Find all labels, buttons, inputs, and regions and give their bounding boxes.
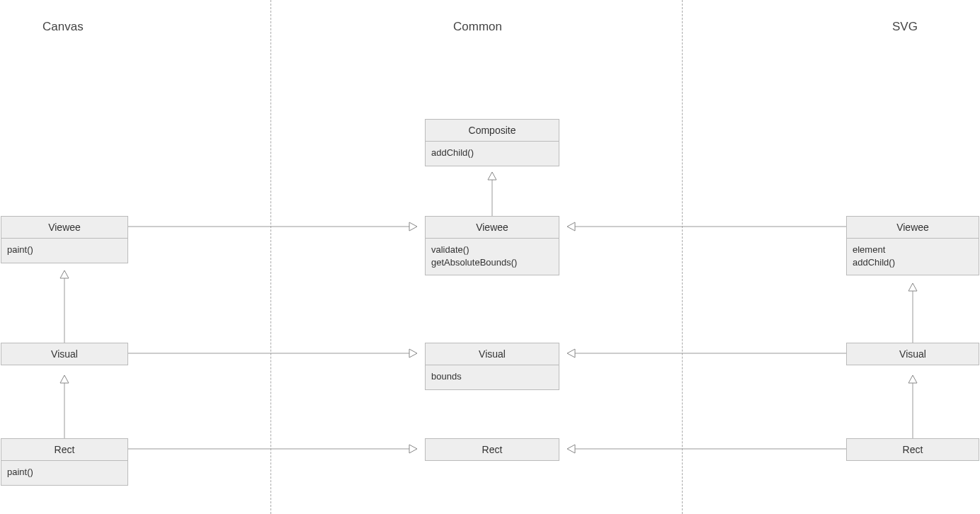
uml-box-canvas-visual: Visual: [1, 343, 128, 365]
uml-box-body: paint(): [1, 239, 127, 263]
uml-member: element: [853, 244, 973, 256]
uml-member: paint(): [7, 244, 122, 256]
uml-box-title: Visual: [426, 343, 559, 365]
column-title-canvas: Canvas: [42, 20, 84, 34]
uml-box-body: addChild(): [426, 142, 559, 166]
uml-box-body: bounds: [426, 365, 559, 389]
uml-member: addChild(): [853, 256, 973, 269]
uml-member: addChild(): [431, 147, 553, 159]
column-title-svg: SVG: [892, 20, 918, 34]
uml-box-title: Viewee: [1, 217, 127, 239]
uml-member: validate(): [431, 244, 553, 256]
uml-box-title: Visual: [847, 343, 979, 365]
uml-box-canvas-viewee: Viewee paint(): [1, 216, 128, 263]
uml-box-title: Rect: [847, 439, 979, 460]
uml-box-svg-visual: Visual: [846, 343, 979, 365]
uml-box-common-rect: Rect: [425, 438, 559, 461]
uml-box-title: Rect: [426, 439, 559, 460]
uml-box-composite: Composite addChild(): [425, 119, 559, 166]
uml-box-svg-rect: Rect: [846, 438, 979, 461]
uml-box-body: validate() getAbsoluteBounds(): [426, 239, 559, 275]
uml-member: bounds: [431, 370, 553, 383]
uml-box-body: paint(): [1, 461, 127, 485]
uml-box-canvas-rect: Rect paint(): [1, 438, 128, 486]
uml-box-title: Viewee: [426, 217, 559, 239]
uml-member: getAbsoluteBounds(): [431, 256, 553, 269]
uml-box-body: element addChild(): [847, 239, 979, 275]
uml-box-common-visual: Visual bounds: [425, 343, 559, 390]
uml-member: paint(): [7, 466, 122, 479]
uml-box-svg-viewee: Viewee element addChild(): [846, 216, 979, 275]
uml-box-title: Rect: [1, 439, 127, 461]
column-divider-2: [682, 0, 683, 514]
uml-box-title: Visual: [1, 343, 127, 365]
column-title-common: Common: [453, 20, 502, 34]
uml-box-title: Composite: [426, 120, 559, 142]
uml-box-title: Viewee: [847, 217, 979, 239]
column-divider-1: [270, 0, 271, 514]
uml-box-common-viewee: Viewee validate() getAbsoluteBounds(): [425, 216, 559, 275]
